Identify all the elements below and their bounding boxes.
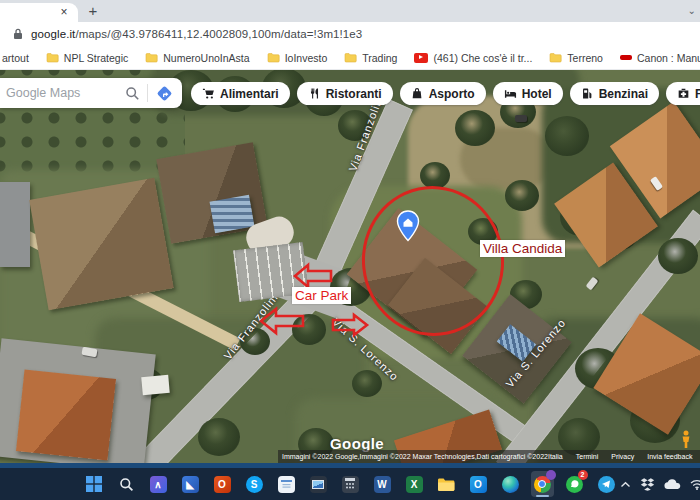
bookmark-item[interactable]: NPL Strategic xyxy=(46,49,128,67)
attribution-link[interactable]: Invia feedback xyxy=(647,453,692,460)
bookmark-label: Terreno xyxy=(567,52,603,64)
url-text[interactable]: google.it/maps/@43.9786411,12.4002809,10… xyxy=(31,28,362,40)
bookmark-label: (461) Che cos'è il tr... xyxy=(433,52,532,64)
url-domain: google.it xyxy=(31,28,75,40)
attribution-link[interactable]: Termini xyxy=(576,453,599,460)
satellite-map[interactable]: Via FranzoliniVia FranzoliniVia S. Loren… xyxy=(0,70,700,463)
bookmark-label: NumeroUnoInAsta xyxy=(163,52,249,64)
tab-search-chevron-icon[interactable]: ⌄ xyxy=(688,5,696,16)
attribution-links: ItaliaTerminiPrivacyInvia feedback xyxy=(548,453,692,460)
dropbox-icon[interactable] xyxy=(640,477,655,491)
chip-benzinai[interactable]: Benzinai xyxy=(570,82,659,105)
screen: × + ⌄ google.it/maps/@43.9786411,12.4002… xyxy=(0,0,700,500)
map-building xyxy=(0,182,30,267)
address-bar[interactable]: google.it/maps/@43.9786411,12.4002809,10… xyxy=(0,22,700,46)
fuel-pump-icon xyxy=(581,87,594,100)
system-tray xyxy=(620,468,700,500)
outlook-icon[interactable]: O xyxy=(467,471,490,497)
map-tree xyxy=(198,418,240,456)
explorer-icon[interactable] xyxy=(435,471,458,497)
search-icon[interactable] xyxy=(115,471,138,497)
bookmark-item[interactable]: Trading xyxy=(344,49,397,67)
app-a-icon[interactable]: ∧ xyxy=(147,471,170,497)
map-tree xyxy=(352,370,382,397)
chip-alimentari[interactable]: Alimentari xyxy=(191,82,290,105)
map-car xyxy=(586,277,599,291)
chrome-badge xyxy=(546,470,556,480)
bookmarks-bar: artoutNPL StrategicNumeroUnoInAstaIoInve… xyxy=(0,46,700,70)
edge-icon[interactable] xyxy=(499,471,522,497)
map-car xyxy=(515,115,527,122)
takeout-bag-icon xyxy=(411,87,424,100)
folder-icon xyxy=(549,49,562,67)
tab-close-icon[interactable]: × xyxy=(57,6,71,20)
wifi-icon[interactable] xyxy=(690,479,700,490)
browser-tab[interactable]: × xyxy=(0,3,78,22)
attribution-link[interactable]: Italia xyxy=(548,453,563,460)
maps-search-box[interactable]: Google Maps xyxy=(0,78,182,108)
map-building xyxy=(141,375,169,395)
bookmark-item[interactable]: IoInvesto xyxy=(267,49,328,67)
excel-icon[interactable]: X xyxy=(403,471,426,497)
chip-label: Farmacie xyxy=(695,87,700,101)
map-credits: Immagini ©2022 Google,Immagini ©2022 Max… xyxy=(282,453,548,460)
chip-ristoranti[interactable]: Ristoranti xyxy=(297,82,393,105)
new-tab-button[interactable]: + xyxy=(84,2,102,20)
taskbar-icons: ∧◣OSWXO2 xyxy=(83,471,618,497)
map-pin-icon[interactable] xyxy=(396,210,420,242)
bookmark-label: artout xyxy=(2,52,29,64)
folder-icon xyxy=(46,49,59,67)
youtube-icon xyxy=(414,53,428,63)
snip-icon[interactable]: ◣ xyxy=(179,471,202,497)
bookmark-item[interactable]: NumeroUnoInAsta xyxy=(145,49,249,67)
chip-farmacie[interactable]: Farmacie xyxy=(666,82,700,105)
url-path: /maps/@43.9786411,12.4002809,100m/data=!… xyxy=(75,28,362,40)
office-icon[interactable]: O xyxy=(211,471,234,497)
chip-asporto[interactable]: Asporto xyxy=(400,82,486,105)
maps-search-input[interactable]: Google Maps xyxy=(6,86,125,100)
car-park-arrow-left-2 xyxy=(258,306,306,336)
chip-label: Asporto xyxy=(429,87,475,101)
map-tree xyxy=(420,162,450,189)
calculator-icon[interactable] xyxy=(339,471,362,497)
bookmark-label: IoInvesto xyxy=(285,52,328,64)
onedrive-cloud-icon[interactable] xyxy=(664,479,681,490)
whatsapp-icon[interactable]: 2 xyxy=(563,471,586,497)
attribution-link[interactable]: Privacy xyxy=(611,453,634,460)
whatsapp-badge: 2 xyxy=(578,470,588,480)
pegman-icon[interactable] xyxy=(680,430,692,449)
photos-icon[interactable] xyxy=(307,471,330,497)
bookmark-item[interactable]: Terreno xyxy=(549,49,603,67)
skype-icon[interactable]: S xyxy=(243,471,266,497)
folder-icon xyxy=(344,49,357,67)
lock-icon xyxy=(13,28,23,40)
bookmark-label: Trading xyxy=(362,52,397,64)
bookmark-label: NPL Strategic xyxy=(64,52,128,64)
chip-label: Alimentari xyxy=(220,87,279,101)
map-tree xyxy=(545,116,589,156)
cart-icon xyxy=(202,87,215,100)
start-icon[interactable] xyxy=(83,471,106,497)
windows-taskbar: ∧◣OSWXO2 xyxy=(0,468,700,500)
search-icon[interactable] xyxy=(125,86,140,101)
word-icon[interactable]: W xyxy=(371,471,394,497)
bookmark-item[interactable]: Canon : Manuali uff... xyxy=(620,52,700,64)
bookmark-item[interactable]: artout xyxy=(2,52,29,64)
map-tree xyxy=(505,180,539,211)
bookmark-item[interactable]: (461) Che cos'è il tr... xyxy=(414,52,532,64)
tray-chevron-up-icon[interactable] xyxy=(620,481,631,488)
map-tree xyxy=(658,238,698,274)
map-attribution-bar: Immagini ©2022 Google,Immagini ©2022 Max… xyxy=(278,450,700,463)
canon-icon xyxy=(620,55,632,60)
telegram-icon[interactable] xyxy=(595,471,618,497)
map-building xyxy=(29,178,174,310)
notepad-icon[interactable] xyxy=(275,471,298,497)
category-chips: AlimentariRistorantiAsportoHotelBenzinai… xyxy=(191,82,700,105)
chrome-icon[interactable] xyxy=(531,471,554,497)
searchbox-divider xyxy=(147,84,148,102)
chip-hotel[interactable]: Hotel xyxy=(493,82,563,105)
restaurant-icon xyxy=(308,87,321,100)
directions-icon[interactable] xyxy=(155,84,174,103)
car-park-label: Car Park xyxy=(292,287,351,304)
browser-tab-strip: × + ⌄ xyxy=(0,0,700,22)
